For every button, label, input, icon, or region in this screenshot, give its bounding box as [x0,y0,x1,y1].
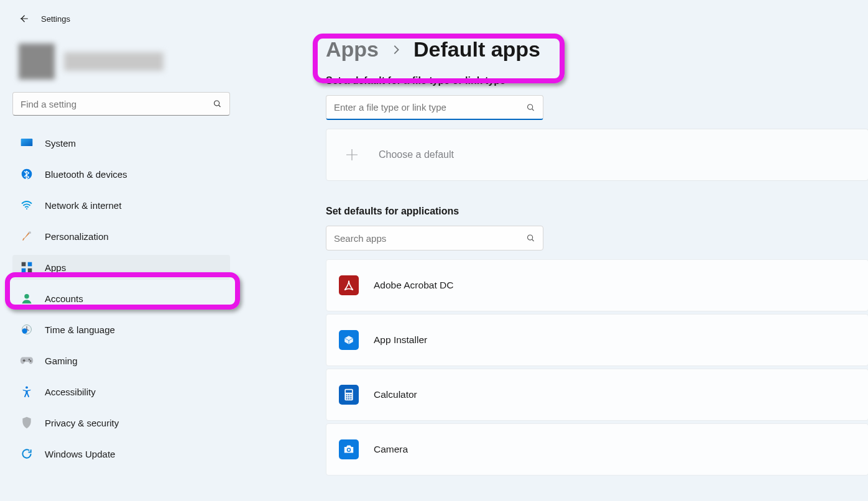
sidebar-item-privacy[interactable]: Privacy & security [12,410,230,435]
svg-point-16 [25,386,28,388]
profile-block[interactable] [12,44,230,80]
svg-line-1 [219,105,221,107]
svg-point-15 [30,361,31,362]
choose-default-label: Choose a default [379,149,454,160]
svg-point-4 [22,169,32,180]
svg-point-29 [346,398,348,400]
accessibility-icon [20,385,34,398]
sidebar-item-label: Privacy & security [45,418,119,428]
acrobat-icon [339,275,359,295]
sidebar-item-label: Accounts [45,293,83,304]
settings-search[interactable] [12,92,230,116]
settings-search-input[interactable] [21,99,205,109]
clock-globe-icon [20,323,34,336]
window-header: Settings [0,0,868,31]
svg-rect-9 [22,269,26,273]
sidebar-item-label: Accessibility [45,387,96,397]
sidebar-item-update[interactable]: Windows Update [12,441,230,466]
svg-point-28 [350,396,351,397]
filetype-heading: Set a default for a file type or link ty… [326,75,868,86]
wifi-icon [20,198,34,212]
camera-icon [339,439,359,459]
sidebar-item-label: System [45,138,76,149]
sidebar-item-accessibility[interactable]: Accessibility [12,379,230,404]
svg-line-20 [532,239,534,241]
svg-rect-8 [28,262,32,267]
chevron-right-icon [392,44,400,55]
sidebar-item-system[interactable]: System [12,131,230,155]
app-row-calculator[interactable]: Calculator [326,369,868,421]
breadcrumb-current: Default apps [413,37,540,62]
svg-point-33 [348,449,350,451]
apps-heading: Set defaults for applications [326,206,868,217]
sidebar-item-label: Time & language [45,324,115,335]
content-pane: Apps Default apps Set a default for a fi… [326,37,868,476]
sidebar-item-personalization[interactable]: Personalization [12,224,230,249]
apps-search[interactable] [326,226,543,251]
search-icon [526,234,535,243]
svg-point-25 [350,394,351,395]
svg-point-23 [346,394,348,395]
sidebar-item-label: Network & internet [45,200,121,211]
apps-icon [20,260,34,274]
sidebar-item-network[interactable]: Network & internet [12,193,230,218]
back-button[interactable] [12,7,35,30]
update-icon [20,447,34,461]
choose-default-button[interactable]: Choose a default [326,129,868,181]
sidebar-item-accounts[interactable]: Accounts [12,286,230,311]
sidebar-item-bluetooth[interactable]: Bluetooth & devices [12,162,230,186]
sidebar-item-label: Gaming [45,356,78,366]
breadcrumb: Apps Default apps [326,37,868,62]
sidebar-item-label: Bluetooth & devices [45,169,127,180]
sidebar: System Bluetooth & devices Network & int… [0,37,242,472]
bluetooth-icon [20,167,34,181]
svg-point-27 [348,396,349,397]
svg-rect-7 [22,262,26,267]
svg-point-24 [348,394,349,395]
shield-icon [20,416,34,430]
svg-line-18 [532,109,534,111]
app-row-acrobat[interactable]: Adobe Acrobat DC [326,259,868,311]
filetype-search-input[interactable] [334,102,518,113]
nav-list: System Bluetooth & devices Network & int… [12,131,230,472]
profile-name [64,52,164,71]
svg-point-19 [528,235,533,240]
svg-point-11 [24,294,29,299]
svg-point-26 [346,396,348,397]
svg-rect-22 [346,390,352,393]
window-title: Settings [41,14,70,24]
filetype-search[interactable] [326,95,543,120]
app-label: Calculator [374,389,417,400]
sidebar-item-label: Windows Update [45,449,115,459]
apps-search-input[interactable] [334,233,518,244]
svg-point-17 [528,104,533,109]
svg-point-30 [348,398,349,400]
app-row-appinstaller[interactable]: App Installer [326,314,868,366]
app-list: Adobe Acrobat DC App Installer Calculato… [326,259,868,476]
gamepad-icon [20,354,34,367]
back-arrow-icon [18,13,29,24]
sidebar-item-gaming[interactable]: Gaming [12,348,230,373]
sidebar-item-time[interactable]: Time & language [12,317,230,342]
sidebar-item-apps[interactable]: Apps [12,255,230,280]
sidebar-item-label: Apps [45,262,66,273]
sidebar-item-label: Personalization [45,231,109,242]
search-icon [213,99,222,109]
paintbrush-icon [20,229,34,243]
plus-icon [343,145,361,164]
search-icon [526,103,535,112]
appinstaller-icon [339,330,359,350]
svg-rect-10 [28,269,32,273]
app-label: Camera [374,444,408,455]
svg-point-14 [29,359,30,360]
app-row-camera[interactable]: Camera [326,423,868,476]
svg-point-31 [350,398,351,400]
system-icon [20,136,34,150]
app-label: Adobe Acrobat DC [374,280,453,291]
svg-point-0 [215,101,219,106]
svg-rect-3 [21,139,32,146]
calculator-icon [339,385,359,405]
app-label: App Installer [374,334,427,346]
avatar [19,44,55,80]
breadcrumb-parent[interactable]: Apps [326,37,379,62]
